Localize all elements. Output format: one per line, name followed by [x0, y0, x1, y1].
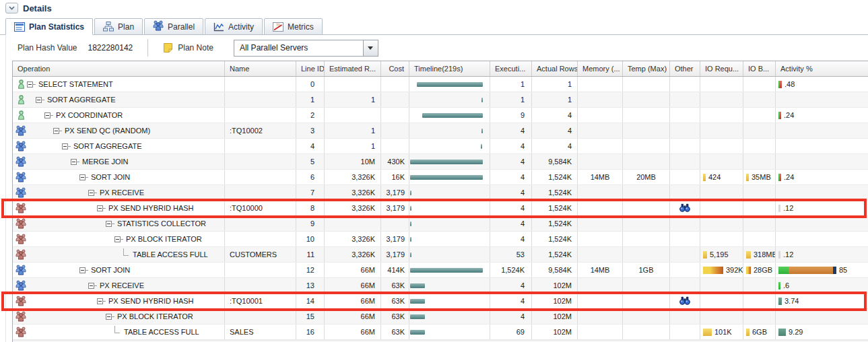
cell-timeline [409, 185, 490, 200]
column-header-executions[interactable]: Executi... [490, 61, 532, 76]
plan-row-line-8[interactable]: PX SEND HYBRID HASH:TQ1000083,326K3,1794… [13, 201, 868, 216]
cell-actual-rows: 1,524K [532, 201, 578, 215]
cell-timeline [409, 278, 490, 293]
column-header-name[interactable]: Name [225, 61, 296, 76]
cell-io-bytes: 28GB [743, 263, 776, 277]
cell-activity: 9.29 [776, 324, 868, 339]
collapse-node-icon[interactable] [106, 221, 112, 227]
people-blue-icon [15, 141, 27, 151]
cell-memory [578, 108, 623, 123]
cell-io-requests [700, 108, 743, 123]
cell-io-bytes [743, 77, 776, 92]
plan-row-line-3[interactable]: PX SEND QC (RANDOM):TQ100023144 [13, 123, 868, 139]
collapse-node-icon[interactable] [79, 267, 86, 273]
cell-cost: 3,179 [381, 185, 409, 200]
collapse-node-icon[interactable] [79, 174, 86, 180]
plan-row-line-7[interactable]: PX RECEIVE73,326K3,17941,524K [13, 185, 868, 201]
plan-row-line-16[interactable]: TABLE ACCESS FULLSALES1666M63K69102M101K… [13, 324, 868, 340]
sql-monitor-details-panel: Details Plan Statistics Plan Parallel [0, 0, 868, 342]
column-header-memory[interactable]: Memory (... [578, 61, 623, 76]
column-header-operation[interactable]: Operation [13, 61, 225, 76]
dropdown-arrow-icon[interactable] [363, 40, 378, 56]
collapse-node-icon[interactable] [114, 236, 121, 242]
cell-other [670, 294, 700, 308]
plan-row-line-12[interactable]: SORT JOIN1266M414K1,524K9,584K14MB1GB392… [13, 263, 868, 278]
plan-row-line-1[interactable]: SORT AGGREGATE1111 [13, 92, 868, 108]
plan-row-line-5[interactable]: MERGE JOIN510M430K49,584K [13, 154, 868, 170]
activity-chart-icon [213, 22, 224, 32]
cell-cost: 16K [381, 170, 409, 184]
cell-estimated-rows: 1 [325, 139, 381, 153]
parallel-people-icon [153, 20, 164, 33]
cell-line-id: 13 [296, 278, 325, 293]
activity-value: 3.74 [784, 297, 799, 305]
cell-memory [578, 232, 623, 246]
people-blue-icon [15, 187, 27, 198]
timeline-bar [410, 299, 424, 304]
tab-label: Parallel [168, 22, 195, 32]
collapse-node-icon[interactable] [97, 298, 103, 304]
plan-row-line-0[interactable]: SELECT STATEMENT011.48 [13, 77, 868, 92]
collapse-node-icon[interactable] [27, 81, 33, 88]
tab-metrics[interactable]: 70 Metrics [264, 18, 323, 35]
column-header-actual_rows[interactable]: Actual Rows [532, 61, 578, 76]
binoculars-icon[interactable] [679, 296, 690, 306]
collapse-node-icon[interactable] [62, 143, 68, 149]
collapse-node-icon[interactable] [36, 97, 42, 103]
plan-row-line-15[interactable]: PX BLOCK ITERATOR1566M63K4102M [13, 309, 868, 324]
cell-actual-rows: 4 [532, 123, 578, 138]
cell-other [670, 309, 700, 324]
plan-row-line-4[interactable]: SORT AGGREGATE4144 [13, 139, 868, 154]
timeline-bar [422, 113, 483, 118]
tab-parallel[interactable]: Parallel [144, 18, 203, 35]
collapse-node-icon[interactable] [88, 190, 94, 196]
plan-row-line-2[interactable]: PX COORDINATOR294.24 [13, 108, 868, 123]
cell-activity: .24 [776, 170, 868, 184]
cell-name: CUSTOMERS [225, 247, 296, 262]
binoculars-icon[interactable] [679, 203, 690, 213]
column-header-activity[interactable]: Activity % [776, 61, 868, 76]
activity-value: .6 [783, 281, 789, 289]
cell-name [225, 139, 296, 153]
column-header-cost[interactable]: Cost [381, 61, 409, 76]
cell-io-requests [700, 309, 743, 324]
collapse-node-icon[interactable] [53, 128, 59, 134]
collapse-node-icon[interactable] [97, 205, 103, 211]
collapse-details-button[interactable] [5, 3, 18, 13]
activity-bar-segment-green [778, 267, 789, 274]
collapse-node-icon[interactable] [44, 112, 51, 118]
collapse-node-icon[interactable] [106, 314, 112, 320]
cell-name [225, 232, 296, 246]
cell-timeline [409, 216, 490, 231]
plan-row-line-14[interactable]: PX SEND HYBRID HASH:TQ100011466M63K4102M… [13, 294, 868, 309]
cell-actual-rows: 102M [532, 278, 578, 293]
cell-operation: STATISTICS COLLECTOR [13, 216, 225, 231]
cell-other [670, 170, 700, 184]
column-header-io_requests[interactable]: IO Requ... [700, 61, 743, 76]
column-header-line_id[interactable]: Line ID [296, 61, 325, 76]
cell-name [225, 185, 296, 200]
column-header-other[interactable]: Other [670, 61, 700, 76]
plan-row-line-11[interactable]: TABLE ACCESS FULLCUSTOMERS113,326K3,1795… [13, 247, 868, 263]
column-header-estimated_rows[interactable]: Estimated R... [325, 61, 381, 76]
cell-io-requests [700, 216, 743, 231]
cell-other [670, 216, 700, 231]
cell-operation: TABLE ACCESS FULL [13, 324, 225, 339]
column-header-timeline[interactable]: Timeline(219s) [409, 61, 490, 76]
collapse-node-icon[interactable] [88, 283, 94, 289]
column-header-io_bytes[interactable]: IO B... [743, 61, 776, 76]
plan-row-line-13[interactable]: PX RECEIVE1366M63K4102M.6 [13, 278, 868, 294]
collapse-node-icon[interactable] [71, 159, 77, 165]
tab-plan-statistics[interactable]: Plan Statistics [5, 18, 93, 35]
plan-row-line-10[interactable]: PX BLOCK ITERATOR103,326K3,17941,524K [13, 232, 868, 247]
cell-executions: 1 [490, 77, 532, 92]
plan-row-line-6[interactable]: SORT JOIN63,326K16K41,524K14MB20MB42435M… [13, 170, 868, 185]
plan-note-icon[interactable] [163, 42, 173, 53]
tab-plan[interactable]: Plan [94, 18, 143, 35]
column-header-temp[interactable]: Temp (Max) [623, 61, 670, 76]
tab-label: Metrics [288, 22, 314, 32]
parallel-server-select[interactable]: All Parallel Servers [234, 40, 378, 57]
tab-activity[interactable]: Activity [205, 18, 263, 35]
operation-label: PX SEND QC (RANDOM) [65, 127, 150, 135]
plan-row-line-9[interactable]: STATISTICS COLLECTOR941,524K [13, 216, 868, 232]
